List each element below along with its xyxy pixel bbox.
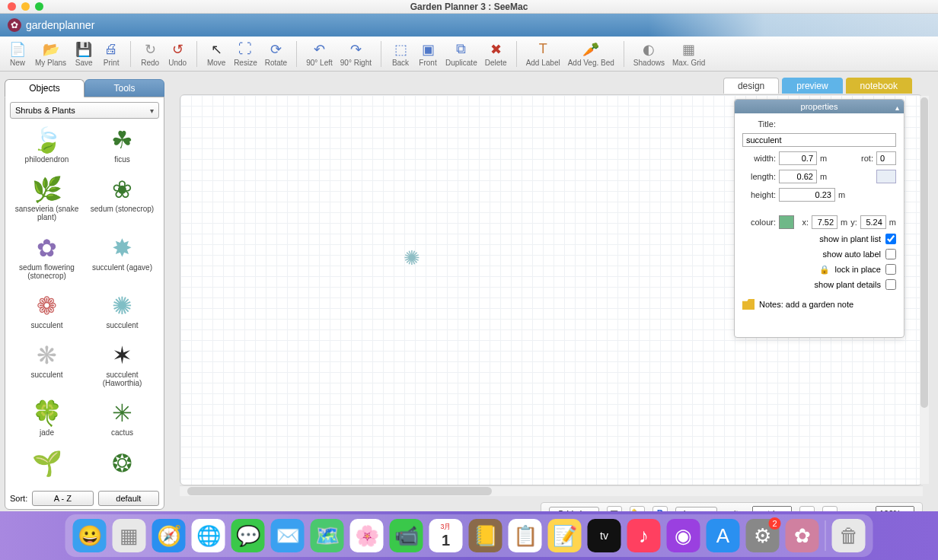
plant-label: cactus	[111, 428, 133, 437]
scroll-thumb[interactable]	[187, 487, 492, 495]
lock-checkbox[interactable]	[885, 264, 896, 275]
front-icon: ▣	[420, 41, 436, 58]
object-item[interactable]: 🍃philodendron	[10, 123, 84, 171]
myplans-button[interactable]: 📂My Plans	[32, 39, 69, 69]
object-item[interactable]: ✳cactus	[85, 396, 159, 444]
object-item[interactable]: ❂	[85, 447, 159, 486]
tab-notebook[interactable]: notebook	[846, 78, 912, 94]
show-plantlist-checkbox[interactable]	[885, 234, 896, 244]
music-icon[interactable]: ♪	[627, 519, 661, 552]
separator	[624, 41, 624, 67]
resize-button[interactable]: ⛶Resize	[231, 39, 260, 69]
reminders-icon[interactable]: 📋	[509, 519, 542, 552]
save-button[interactable]: 💾Save	[71, 39, 97, 69]
mac-titlebar: Garden Planner 3 : SeeMac	[0, 0, 938, 14]
plant-icon: ❀	[105, 174, 140, 205]
undo-button[interactable]: ↺Undo	[164, 39, 190, 69]
object-item[interactable]: ❀sedum (stonecrop)	[85, 173, 159, 229]
plant-icon: ✳	[105, 398, 140, 428]
plant-icon: ❁	[30, 291, 65, 321]
finder-icon[interactable]: 😀	[73, 519, 107, 552]
rotate-right-icon: ↷	[347, 41, 364, 58]
x-input[interactable]	[812, 215, 838, 229]
notes-icon[interactable]: 📝	[548, 519, 582, 552]
separator	[516, 41, 517, 67]
horizontal-scrollbar[interactable]	[180, 485, 923, 496]
gardenplanner-dock-icon[interactable]: ✿	[786, 519, 819, 552]
shadows-button[interactable]: ◐Shadows	[630, 39, 668, 69]
messages-icon[interactable]: 💬	[231, 519, 265, 552]
calendar-icon[interactable]: 3月1	[429, 519, 463, 552]
show-autolabel-label: show auto label	[823, 250, 881, 259]
print-button[interactable]: 🖨Print	[98, 39, 124, 69]
title-input[interactable]	[742, 133, 896, 147]
collapse-icon[interactable]: ▴	[895, 101, 899, 115]
tab-objects[interactable]: Objects	[5, 79, 85, 97]
notes-row[interactable]: Notes: add a garden note	[742, 299, 896, 310]
colour-label: colour:	[742, 218, 776, 227]
show-autolabel-checkbox[interactable]	[885, 249, 896, 259]
category-dropdown[interactable]: Shrubs & Plants	[10, 102, 159, 119]
duplicate-button[interactable]: ⧉Duplicate	[442, 39, 480, 69]
tab-tools[interactable]: Tools	[85, 79, 164, 97]
x-label: x:	[802, 218, 809, 227]
object-item[interactable]: 🌿sansevieria (snake plant)	[10, 173, 84, 229]
width-input[interactable]	[779, 151, 817, 165]
tab-preview[interactable]: preview	[782, 78, 842, 94]
chrome-icon[interactable]: 🌐	[192, 519, 225, 552]
rot-input[interactable]	[876, 151, 896, 165]
pointer-icon: ↖	[208, 41, 225, 58]
save-icon: 💾	[75, 41, 92, 58]
contacts-icon[interactable]: 📒	[469, 519, 502, 552]
rotate-left-button[interactable]: ↶90° Left	[303, 39, 336, 69]
object-item[interactable]: ❁succulent	[10, 289, 84, 337]
rotate-button[interactable]: ⟳Rotate	[262, 39, 290, 69]
mail-icon[interactable]: ✉️	[271, 519, 305, 552]
facetime-icon[interactable]: 📹	[390, 519, 423, 552]
move-button[interactable]: ↖Move	[203, 39, 229, 69]
plant-label: sedum (stonecrop)	[91, 205, 154, 213]
new-button[interactable]: 📄New	[5, 39, 30, 69]
add-veg-bed-button[interactable]: 🥕Add Veg. Bed	[565, 39, 617, 69]
plant-label: philodendron	[25, 155, 69, 164]
launchpad-icon[interactable]: ▦	[113, 519, 146, 552]
show-details-checkbox[interactable]	[885, 279, 896, 290]
object-item[interactable]: ✺succulent	[85, 289, 159, 337]
appstore-icon[interactable]: A	[707, 519, 740, 552]
send-back-button[interactable]: ⬚Back	[388, 39, 413, 69]
appletv-icon[interactable]: tv	[588, 519, 621, 552]
header-decor	[649, 14, 938, 37]
canvas-area: design preview notebook ✺ properties▴ Ti…	[172, 72, 930, 511]
object-item[interactable]: ✿sedum flowering (stonecrop)	[10, 231, 84, 288]
sort-label: Sort:	[10, 494, 27, 503]
settings-icon[interactable]: ⚙2	[746, 519, 780, 552]
object-item[interactable]: ✶succulent (Haworthia)	[85, 339, 159, 395]
placed-succulent[interactable]: ✺	[401, 247, 423, 269]
trash-icon[interactable]: 🗑	[832, 519, 866, 552]
add-label-button[interactable]: TAdd Label	[523, 39, 563, 69]
vertical-scrollbar[interactable]	[920, 96, 929, 484]
rotate-right-button[interactable]: ↷90° Right	[337, 39, 375, 69]
safari-icon[interactable]: 🧭	[152, 519, 186, 552]
properties-header[interactable]: properties▴	[735, 100, 904, 113]
object-item[interactable]: ✸succulent (agave)	[85, 231, 159, 288]
photos-icon[interactable]: 🌸	[350, 519, 384, 552]
height-input[interactable]	[779, 188, 835, 202]
tab-design[interactable]: design	[723, 78, 779, 94]
bring-front-button[interactable]: ▣Front	[415, 39, 441, 69]
object-item[interactable]: 🍀jade	[10, 396, 84, 444]
scroll-thumb[interactable]	[920, 97, 928, 408]
y-input[interactable]	[860, 215, 886, 229]
colour-swatch[interactable]	[779, 215, 794, 229]
object-item[interactable]: ☘ficus	[85, 123, 159, 171]
redo-button[interactable]: ↻Redo	[137, 39, 163, 69]
length-input[interactable]	[779, 170, 817, 183]
object-item[interactable]: ❋succulent	[10, 339, 84, 395]
max-grid-button[interactable]: ▦Max. Grid	[669, 39, 708, 69]
object-item[interactable]: 🌱	[10, 447, 84, 486]
height-label: height:	[742, 190, 776, 199]
podcasts-icon[interactable]: ◉	[667, 519, 700, 552]
maps-icon[interactable]: 🗺️	[311, 519, 344, 552]
delete-button[interactable]: ✖Delete	[482, 39, 510, 69]
window-title: Garden Planner 3 : SeeMac	[0, 2, 938, 12]
